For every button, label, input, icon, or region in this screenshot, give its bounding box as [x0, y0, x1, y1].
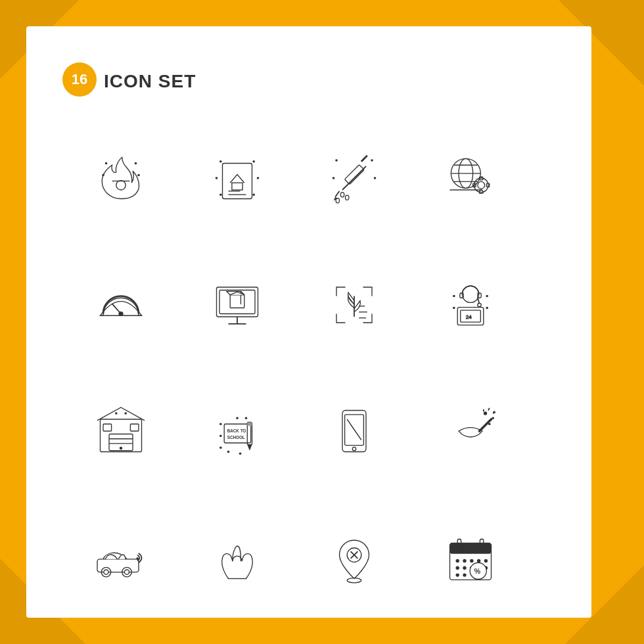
svg-point-10 [216, 177, 218, 179]
svg-point-114 [470, 559, 473, 563]
icon-count-badge: 16 [62, 62, 97, 97]
svg-text:BACK TO: BACK TO [227, 428, 246, 433]
icon-syringe [299, 118, 409, 239]
icon-support-agent: 24 [416, 245, 526, 365]
icon-globe-gear [416, 118, 526, 239]
svg-point-61 [486, 294, 489, 297]
icon-location-remove [299, 498, 409, 618]
svg-rect-69 [103, 424, 112, 431]
svg-rect-98 [97, 559, 139, 572]
svg-point-25 [332, 177, 334, 179]
svg-point-112 [456, 559, 459, 563]
icon-house-document [183, 118, 293, 239]
svg-point-100 [104, 570, 108, 574]
svg-text:%: % [474, 567, 481, 575]
svg-point-84 [227, 451, 230, 453]
svg-point-62 [453, 306, 455, 309]
svg-point-83 [245, 417, 248, 420]
svg-point-23 [335, 159, 338, 162]
svg-point-82 [236, 417, 239, 420]
svg-point-21 [336, 198, 339, 203]
svg-point-5 [137, 174, 140, 177]
icon-garage [66, 371, 176, 492]
svg-point-79 [219, 423, 222, 426]
main-card: 16 ICON SET [26, 26, 591, 618]
svg-line-96 [488, 408, 490, 411]
svg-line-18 [361, 156, 367, 162]
svg-point-26 [373, 177, 376, 179]
svg-rect-55 [478, 293, 481, 298]
svg-point-11 [257, 177, 260, 179]
svg-point-81 [219, 447, 222, 449]
svg-text:SCHOOL: SCHOOL [227, 435, 245, 440]
svg-point-2 [104, 162, 107, 165]
svg-point-0 [116, 181, 126, 190]
icon-back-to-school: BACK TO SCHOOL [183, 371, 293, 492]
svg-point-117 [456, 566, 459, 569]
svg-point-34 [478, 182, 485, 189]
svg-point-24 [371, 159, 373, 162]
svg-point-88 [352, 448, 356, 451]
svg-point-20 [340, 193, 344, 197]
svg-point-8 [219, 160, 222, 163]
svg-point-4 [102, 174, 104, 177]
svg-point-115 [477, 559, 480, 563]
icons-grid: 24 [66, 118, 526, 618]
svg-point-60 [453, 294, 455, 297]
svg-point-118 [463, 566, 467, 569]
svg-rect-17 [344, 165, 364, 185]
svg-line-89 [347, 419, 361, 440]
svg-rect-46 [230, 294, 244, 308]
svg-point-122 [456, 573, 459, 576]
svg-rect-6 [223, 164, 252, 199]
svg-point-71 [115, 412, 118, 415]
svg-rect-109 [450, 543, 492, 553]
svg-point-103 [136, 557, 139, 560]
svg-point-113 [463, 559, 467, 563]
icon-smart-car [66, 498, 176, 618]
page-title: ICON SET [104, 71, 196, 92]
svg-point-13 [253, 194, 256, 196]
icon-hands-care [183, 498, 293, 618]
svg-rect-54 [460, 293, 463, 298]
svg-point-68 [120, 447, 123, 450]
svg-point-3 [134, 162, 137, 165]
svg-marker-77 [248, 445, 252, 451]
svg-point-9 [253, 160, 256, 163]
svg-point-12 [219, 194, 222, 196]
icon-smartphone [299, 371, 409, 492]
svg-point-102 [124, 570, 129, 574]
svg-point-92 [492, 417, 495, 420]
svg-rect-7 [232, 183, 242, 190]
icon-speedometer [66, 245, 176, 365]
svg-point-85 [239, 453, 242, 455]
svg-point-63 [486, 306, 489, 309]
svg-point-91 [484, 412, 487, 415]
svg-point-22 [345, 195, 348, 200]
svg-text:24: 24 [466, 313, 472, 319]
svg-point-116 [484, 559, 488, 563]
svg-rect-70 [130, 424, 139, 431]
svg-point-80 [219, 435, 222, 438]
svg-point-72 [124, 412, 127, 415]
icon-scan-document [299, 245, 409, 365]
svg-point-93 [488, 423, 491, 426]
icon-fire-thermometer [66, 118, 176, 239]
icon-sale-calendar: % [416, 498, 526, 618]
icon-plunger [416, 371, 526, 492]
icon-monitor-3d [183, 245, 293, 365]
svg-line-19 [335, 191, 339, 197]
svg-rect-78 [248, 423, 252, 426]
svg-point-123 [463, 573, 467, 576]
